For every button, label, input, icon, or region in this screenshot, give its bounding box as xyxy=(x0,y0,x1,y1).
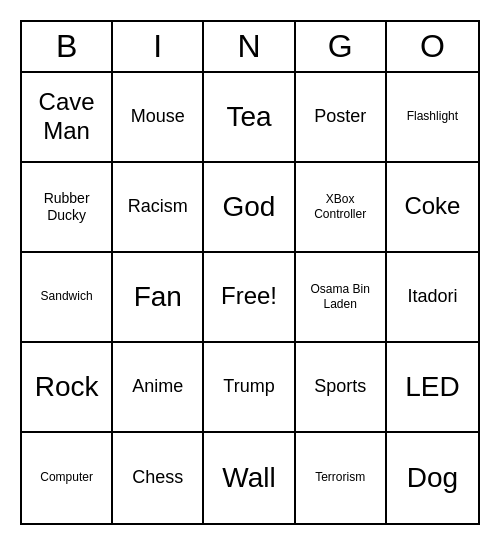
cell-text: Racism xyxy=(128,196,188,218)
bingo-cell: Tea xyxy=(204,73,295,163)
bingo-cell: Dog xyxy=(387,433,478,523)
header-letter: I xyxy=(113,22,204,71)
bingo-cell: Cave Man xyxy=(22,73,113,163)
bingo-cell: Flashlight xyxy=(387,73,478,163)
bingo-cell: Osama Bin Laden xyxy=(296,253,387,343)
cell-text: Chess xyxy=(132,467,183,489)
bingo-cell: Rubber Ducky xyxy=(22,163,113,253)
cell-text: Rubber Ducky xyxy=(28,190,105,224)
cell-text: Wall xyxy=(222,461,275,495)
bingo-cell: Computer xyxy=(22,433,113,523)
bingo-cell: Sandwich xyxy=(22,253,113,343)
cell-text: Computer xyxy=(40,470,93,484)
cell-text: Coke xyxy=(404,192,460,221)
bingo-cell: Rock xyxy=(22,343,113,433)
bingo-header: BINGO xyxy=(22,22,478,73)
bingo-cell: Poster xyxy=(296,73,387,163)
bingo-cell: Sports xyxy=(296,343,387,433)
cell-text: Rock xyxy=(35,370,99,404)
bingo-cell: God xyxy=(204,163,295,253)
cell-text: Osama Bin Laden xyxy=(302,282,379,311)
bingo-cell: Free! xyxy=(204,253,295,343)
cell-text: Terrorism xyxy=(315,470,365,484)
bingo-card: BINGO Cave ManMouseTeaPosterFlashlightRu… xyxy=(20,20,480,525)
cell-text: Dog xyxy=(407,461,458,495)
bingo-cell: Mouse xyxy=(113,73,204,163)
cell-text: LED xyxy=(405,370,459,404)
header-letter: N xyxy=(204,22,295,71)
bingo-cell: XBox Controller xyxy=(296,163,387,253)
bingo-cell: Coke xyxy=(387,163,478,253)
cell-text: Cave Man xyxy=(28,88,105,146)
bingo-cell: Terrorism xyxy=(296,433,387,523)
bingo-cell: Anime xyxy=(113,343,204,433)
bingo-cell: Wall xyxy=(204,433,295,523)
bingo-cell: Trump xyxy=(204,343,295,433)
cell-text: Sports xyxy=(314,376,366,398)
cell-text: God xyxy=(223,190,276,224)
header-letter: O xyxy=(387,22,478,71)
cell-text: Itadori xyxy=(407,286,457,308)
bingo-grid: Cave ManMouseTeaPosterFlashlightRubber D… xyxy=(22,73,478,523)
bingo-cell: Chess xyxy=(113,433,204,523)
header-letter: G xyxy=(296,22,387,71)
cell-text: Fan xyxy=(134,280,182,314)
cell-text: Poster xyxy=(314,106,366,128)
cell-text: Mouse xyxy=(131,106,185,128)
bingo-cell: LED xyxy=(387,343,478,433)
cell-text: Anime xyxy=(132,376,183,398)
bingo-cell: Fan xyxy=(113,253,204,343)
cell-text: Sandwich xyxy=(41,289,93,303)
cell-text: XBox Controller xyxy=(302,192,379,221)
bingo-cell: Itadori xyxy=(387,253,478,343)
cell-text: Free! xyxy=(221,282,277,311)
cell-text: Flashlight xyxy=(407,109,458,123)
cell-text: Tea xyxy=(226,100,271,134)
cell-text: Trump xyxy=(223,376,274,398)
bingo-cell: Racism xyxy=(113,163,204,253)
header-letter: B xyxy=(22,22,113,71)
